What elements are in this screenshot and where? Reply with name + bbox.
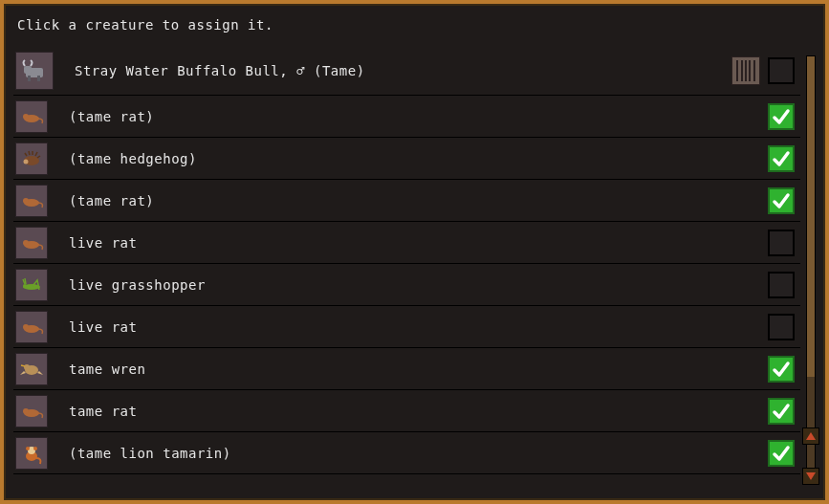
creature-row[interactable]: live rat (13, 222, 800, 264)
svg-point-12 (24, 159, 29, 164)
creature-row[interactable]: (tame hedgehog) (13, 138, 800, 180)
row-controls (768, 440, 795, 467)
creature-label: (tame hedgehog) (69, 151, 768, 166)
creature-row[interactable]: live rat (13, 306, 800, 348)
hedgehog-icon (15, 142, 48, 175)
creature-row[interactable]: Stray Water Buffalo Bull, ♂ (Tame) (13, 46, 800, 96)
svg-line-7 (25, 153, 27, 156)
rat-icon (15, 100, 48, 133)
creature-label: tame rat (69, 404, 768, 419)
svg-line-10 (35, 152, 37, 156)
creature-row[interactable]: tame wren (13, 348, 800, 390)
creature-row[interactable]: live grasshopper (13, 264, 800, 306)
cage-icon[interactable] (731, 56, 760, 85)
assign-checkbox[interactable] (768, 356, 795, 383)
svg-rect-3 (37, 76, 40, 81)
svg-point-24 (23, 408, 29, 414)
creature-label: (tame rat) (69, 109, 768, 124)
row-controls (768, 187, 795, 214)
svg-point-14 (23, 198, 29, 204)
rat-icon (15, 185, 48, 217)
row-controls (768, 230, 795, 256)
svg-point-20 (23, 324, 29, 330)
rat-icon (15, 227, 48, 259)
svg-point-18 (23, 284, 27, 288)
buffalo-icon (15, 52, 54, 90)
scrollbar-track[interactable] (806, 55, 816, 485)
assign-checkbox[interactable] (768, 187, 795, 214)
creature-list: Stray Water Buffalo Bull, ♂ (Tame)(tame … (13, 46, 800, 491)
header-title: Click a creature to assign it. (4, 4, 825, 41)
creature-label: live grasshopper (69, 277, 768, 293)
svg-point-5 (23, 114, 29, 120)
row-controls (768, 314, 795, 340)
assign-checkbox[interactable] (768, 145, 795, 172)
row-controls (768, 356, 795, 383)
scrollbar[interactable] (804, 55, 818, 485)
svg-point-16 (23, 240, 29, 246)
svg-rect-2 (28, 76, 31, 81)
arrow-down-icon (806, 472, 816, 480)
assign-checkbox[interactable] (768, 103, 795, 130)
svg-point-27 (26, 447, 30, 450)
svg-point-28 (33, 447, 37, 450)
creature-label: (tame rat) (69, 193, 768, 208)
creature-row[interactable]: (tame rat) (13, 96, 800, 138)
svg-rect-1 (24, 66, 32, 74)
assign-checkbox[interactable] (768, 314, 795, 340)
wren-icon (15, 353, 48, 385)
svg-line-8 (29, 151, 30, 155)
svg-line-11 (37, 156, 40, 158)
scroll-arrows (802, 427, 819, 485)
scroll-down-button[interactable] (802, 468, 819, 485)
creature-row[interactable]: tame rat (13, 390, 800, 432)
scroll-up-button[interactable] (802, 427, 819, 445)
assign-creature-window: Click a creature to assign it. Stray Wat… (0, 0, 829, 504)
svg-point-22 (24, 364, 30, 370)
arrow-up-icon (806, 432, 816, 440)
grasshopper-icon (15, 269, 48, 301)
assign-checkbox[interactable] (768, 230, 795, 256)
row-controls (768, 272, 795, 298)
rat-icon (15, 311, 48, 343)
row-controls (768, 398, 795, 425)
creature-label: (tame lion tamarin) (69, 446, 768, 461)
creature-label: Stray Water Buffalo Bull, ♂ (Tame) (75, 63, 731, 78)
creature-row[interactable]: (tame rat) (13, 180, 800, 222)
creature-row[interactable]: (tame lion tamarin) (13, 432, 800, 474)
assign-checkbox[interactable] (768, 57, 795, 84)
row-controls (768, 103, 795, 130)
assign-checkbox[interactable] (768, 440, 795, 467)
row-controls (768, 145, 795, 172)
creature-label: live rat (69, 319, 768, 335)
assign-checkbox[interactable] (768, 398, 795, 425)
creature-label: tame wren (69, 362, 768, 377)
assign-checkbox[interactable] (768, 272, 795, 298)
rat-icon (15, 395, 48, 427)
creature-label: live rat (69, 235, 768, 251)
tamarin-icon (15, 437, 48, 470)
row-controls (731, 56, 795, 85)
